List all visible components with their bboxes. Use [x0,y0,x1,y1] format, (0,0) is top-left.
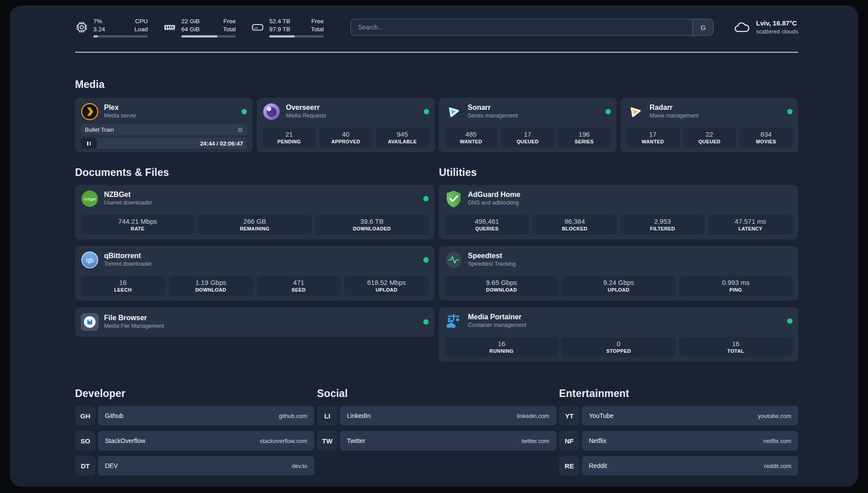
stat-value: 17 [503,130,552,138]
disk-total-label: Total [311,25,324,33]
stat-value: 266 GB [200,217,309,226]
card-subtitle: Speedtest Tracking [468,260,516,268]
pause-button[interactable] [81,138,97,149]
stat-value: 16 [83,279,163,287]
card-subtitle: Movie management [650,112,699,120]
stat-box: 618.52 Mbps UPLOAD [344,276,429,296]
stat-label: FILTERED [622,226,703,231]
card-overseerr[interactable]: Overseerr Media Requests 21 PENDING 40 A… [257,98,434,152]
stat-value: 498,461 [447,217,527,226]
link-url: reddit.com [764,463,791,469]
card-plex[interactable]: Plex Media server Bullet Train ⚙ 24:44 /… [75,98,253,152]
card-subtitle: Media server [104,112,136,120]
card-qbittorrent[interactable]: qb qBittorrent Torrent downloader 16 LEE… [75,246,434,301]
stat-box: 1.19 Gbps DOWNLOAD [169,276,253,296]
stat-value: 618.52 Mbps [346,279,427,287]
stat-label: WANTED [628,139,678,144]
linkedin-icon: LI [317,406,338,426]
player-time: 24:44 / 02:06:47 [200,140,243,147]
stat-value: 86,384 [534,217,615,226]
link-name: StackOverflow [105,437,145,444]
status-online-dot [423,257,429,263]
card-subtitle: Usenet downloader [104,199,152,207]
card-speedtest[interactable]: Speedtest Speedtest Tracking 9.65 Gbps D… [439,246,798,301]
card-nzbget[interactable]: nzbget NZBGet Usenet downloader 744.21 M… [75,185,434,239]
nzbget-icon: nzbget [81,190,99,208]
sonarr-icon [445,103,463,121]
stat-label: DOWNLOAD [447,287,556,292]
stat-box: 17 WANTED [626,128,680,147]
stat-box: 945 AVAILABLE [376,128,429,147]
search-input[interactable] [351,19,693,35]
card-title: qBittorrent [104,251,152,260]
portainer-icon [445,312,463,330]
stat-value: 16 [681,340,791,348]
link-name: Twitter [347,437,365,444]
stat-label: LATENCY [710,226,791,231]
card-portainer[interactable]: Media Portainer Container management 16 … [439,307,798,362]
disk-free-value: 52.4 TB [269,17,290,25]
cpu-load-label: Load [134,25,148,33]
link-pill: StackOverflow stackoverflow.com [98,431,314,451]
stat-value: 945 [378,130,427,138]
stat-value: 47.571 ms [710,217,791,226]
stat-box: 40 APPROVED [319,128,372,147]
cpu-usage-value: 7% [93,17,105,25]
cpu-usage-label: CPU [134,17,148,25]
card-adguard[interactable]: AdGuard Home DNS and adblocking 498,461 … [439,185,798,239]
storage-widget: 52.4 TB 97.9 TB Free Total [251,17,324,38]
card-radarr[interactable]: Radarr Movie management 17 WANTED 22 QUE… [621,98,798,152]
link-dev[interactable]: DT DEV dev.to [75,456,314,476]
search-engine-button[interactable]: G [693,19,713,35]
link-pill: DEV dev.to [98,456,314,476]
gear-icon[interactable]: ⚙ [238,127,243,133]
now-playing-title: Bullet Train [85,126,114,133]
link-pill: Netflix netflix.com [582,431,798,451]
stat-box: 47.571 ms LATENCY [708,215,793,234]
link-youtube[interactable]: YT YouTube youtube.com [559,406,798,426]
card-title: Speedtest [468,251,516,260]
link-twitter[interactable]: TW Twitter twitter.com [317,431,556,451]
link-pill: YouTube youtube.com [582,406,798,426]
link-linkedin[interactable]: LI LinkedIn linkedin.com [317,406,556,426]
cloud-icon [733,20,750,34]
section-heading-documents: Documents & Files [75,167,434,179]
svg-text:nzbget: nzbget [83,197,96,201]
section-heading-social: Social [317,388,556,400]
now-playing-bar: Bullet Train ⚙ [81,124,247,135]
github-icon: GH [75,406,96,426]
documents-column: Documents & Files nzbget NZBGet Usenet d [75,167,434,362]
card-title: Radarr [650,103,699,112]
card-sonarr[interactable]: Sonarr Series management 485 WANTED 17 Q… [439,98,617,152]
ram-free-value: 22 GiB [181,17,200,25]
link-github[interactable]: GH Github github.com [75,406,314,426]
stat-label: UPLOAD [346,287,427,292]
link-reddit[interactable]: RE Reddit reddit.com [559,456,798,476]
card-subtitle: Torrent downloader [104,260,152,268]
stat-box: 16 TOTAL [679,337,793,357]
link-url: linkedin.com [517,413,549,419]
cpu-load-value: 3.24 [93,25,105,33]
stat-label: MOVIES [741,139,791,144]
card-title: Sonarr [468,103,518,112]
card-filebrowser[interactable]: File Browser Media File Management [75,307,434,337]
stat-value: 485 [447,130,496,138]
stat-label: TOTAL [681,348,791,354]
link-url: stackoverflow.com [260,438,307,444]
stat-box: 266 GB REMAINING [198,215,311,234]
stat-value: 744.21 Mbps [83,217,192,226]
cpu-icon [75,21,88,34]
stat-value: 21 [264,130,314,138]
card-subtitle: Container management [468,321,526,330]
stat-label: AVAILABLE [378,139,427,144]
stat-label: BLOCKED [534,226,615,231]
stat-value: 1.19 Gbps [171,279,251,287]
speedtest-icon [445,251,463,269]
stat-value: 471 [259,279,339,287]
status-online-dot [605,109,611,114]
stat-label: DOWNLOADED [317,226,427,231]
link-stackoverflow[interactable]: SO StackOverflow stackoverflow.com [75,431,314,451]
stat-label: UPLOAD [563,287,673,292]
stat-value: 834 [741,130,791,138]
link-netflix[interactable]: NF Netflix netflix.com [559,431,798,451]
